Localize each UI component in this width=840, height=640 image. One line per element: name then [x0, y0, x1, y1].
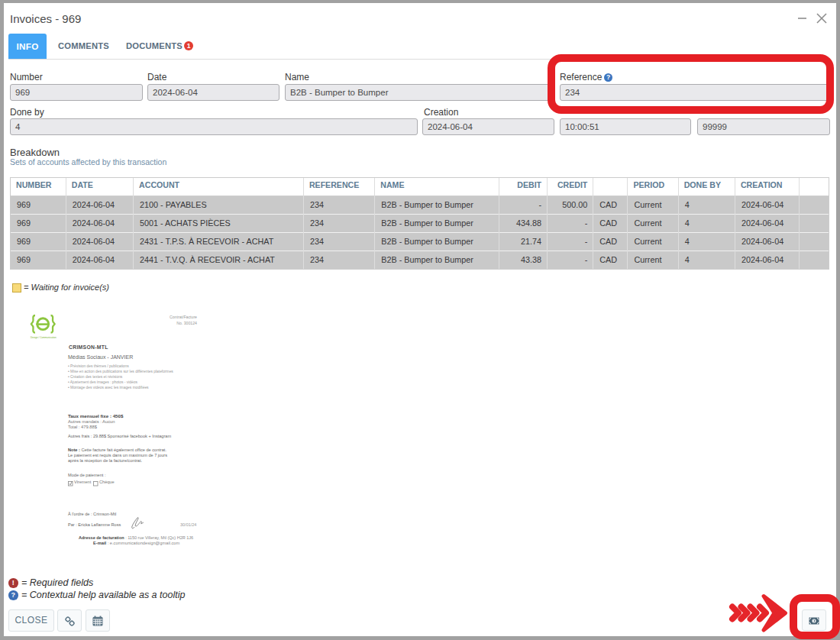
svg-text:Design / Communication: Design / Communication	[31, 336, 57, 339]
